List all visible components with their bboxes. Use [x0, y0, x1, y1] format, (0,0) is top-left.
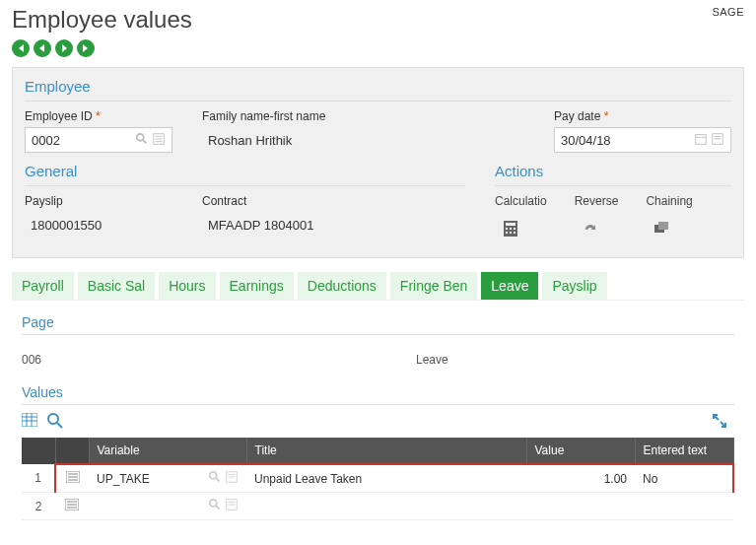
tab-leave[interactable]: Leave [481, 272, 538, 300]
payslip-value: 1800001550 [25, 212, 172, 238]
action-reverse[interactable]: Reverse [575, 194, 619, 238]
svg-rect-12 [506, 223, 515, 226]
svg-rect-16 [506, 232, 508, 234]
tab-basic-sal[interactable]: Basic Sal [78, 272, 155, 300]
search-icon[interactable] [208, 470, 222, 487]
tab-payslip[interactable]: Payslip [542, 272, 606, 300]
row-menu-icon[interactable] [55, 464, 89, 493]
col-title[interactable]: Title [246, 438, 526, 464]
col-blank [22, 438, 55, 464]
page-title: Employee values [12, 6, 192, 34]
paydate-label: Pay date * [554, 109, 731, 123]
tab-hours[interactable]: Hours [159, 272, 215, 300]
family-name-label: Family name-first name [202, 109, 524, 123]
svg-point-26 [48, 414, 58, 424]
cell-value[interactable]: 1.00 [526, 464, 635, 493]
svg-line-27 [57, 423, 62, 428]
cell-value[interactable] [526, 493, 635, 520]
tab-deductions[interactable]: Deductions [298, 272, 386, 300]
paydate-input[interactable]: 30/04/18 [554, 127, 731, 153]
row-menu-icon[interactable] [55, 493, 89, 520]
tabs: Payroll Basic Sal Hours Earnings Deducti… [12, 272, 744, 300]
tab-payroll[interactable]: Payroll [12, 272, 74, 300]
contract-value: MFAADP 1804001 [202, 212, 419, 238]
employee-id-label: Employee ID * [25, 109, 172, 123]
values-table: Variable Title Value Entered text 1 UP_T… [22, 438, 734, 520]
row-number: 2 [22, 493, 55, 520]
svg-rect-17 [510, 232, 512, 234]
family-name-value: Roshan Hrithik [202, 127, 524, 153]
values-section-title: Values [22, 384, 734, 405]
svg-point-41 [210, 500, 217, 507]
search-icon[interactable] [47, 413, 63, 432]
svg-rect-14 [510, 228, 512, 230]
cell-title [246, 493, 526, 520]
table-row[interactable]: 1 UP_TAKE [22, 464, 733, 493]
svg-rect-18 [514, 232, 515, 234]
nav-first-button[interactable] [12, 39, 30, 57]
grid-icon[interactable] [22, 413, 37, 432]
nav-next-button[interactable] [55, 39, 73, 57]
col-entered[interactable]: Entered text [635, 438, 733, 464]
actions-section-title: Actions [495, 163, 731, 179]
form-icon[interactable] [711, 132, 724, 149]
cell-variable[interactable] [89, 493, 246, 520]
nav-prev-button[interactable] [34, 39, 51, 57]
employee-panel: Employee Employee ID * 0002 Family name-… [12, 67, 744, 258]
cell-variable[interactable]: UP_TAKE [89, 464, 246, 493]
general-section-title: General [25, 163, 465, 179]
form-icon[interactable] [225, 470, 239, 487]
svg-rect-6 [696, 134, 707, 144]
svg-line-42 [216, 506, 220, 510]
svg-point-32 [210, 472, 217, 479]
page-section-title: Page [22, 314, 734, 335]
svg-rect-15 [514, 228, 515, 230]
page-code: 006 [22, 353, 416, 367]
search-icon[interactable] [208, 498, 222, 514]
svg-rect-21 [22, 413, 37, 427]
tab-earnings[interactable]: Earnings [220, 272, 294, 300]
tab-fringe-ben[interactable]: Fringe Ben [390, 272, 477, 300]
cell-title: Unpaid Leave Taken [246, 464, 526, 493]
col-value[interactable]: Value [526, 438, 635, 464]
nav-last-button[interactable] [77, 39, 95, 57]
cell-entered[interactable]: No [635, 464, 733, 493]
search-icon[interactable] [135, 132, 149, 149]
col-variable[interactable]: Variable [89, 438, 246, 464]
contract-label: Contract [202, 194, 419, 208]
col-menu [55, 438, 89, 464]
cell-entered[interactable] [635, 493, 733, 520]
calculator-icon [501, 220, 520, 238]
svg-point-0 [137, 133, 144, 140]
form-icon[interactable] [152, 132, 166, 149]
svg-line-33 [216, 478, 220, 482]
expand-icon[interactable] [713, 414, 734, 431]
payslip-label: Payslip [25, 194, 172, 208]
employee-id-input[interactable]: 0002 [25, 127, 172, 153]
svg-rect-20 [658, 222, 668, 230]
action-calc[interactable]: Calculatio [495, 194, 547, 238]
table-row[interactable]: 2 [22, 493, 733, 520]
employee-section-title: Employee [25, 78, 731, 95]
reverse-icon [581, 220, 600, 238]
chaining-icon [652, 220, 671, 238]
action-chaining[interactable]: Chaining [646, 194, 692, 238]
svg-rect-13 [506, 228, 508, 230]
form-icon[interactable] [225, 498, 239, 514]
page-name: Leave [416, 353, 448, 367]
calendar-icon[interactable] [694, 132, 708, 149]
brand-label: SAGE [712, 6, 744, 18]
row-number: 1 [22, 464, 55, 493]
svg-line-1 [143, 139, 147, 143]
